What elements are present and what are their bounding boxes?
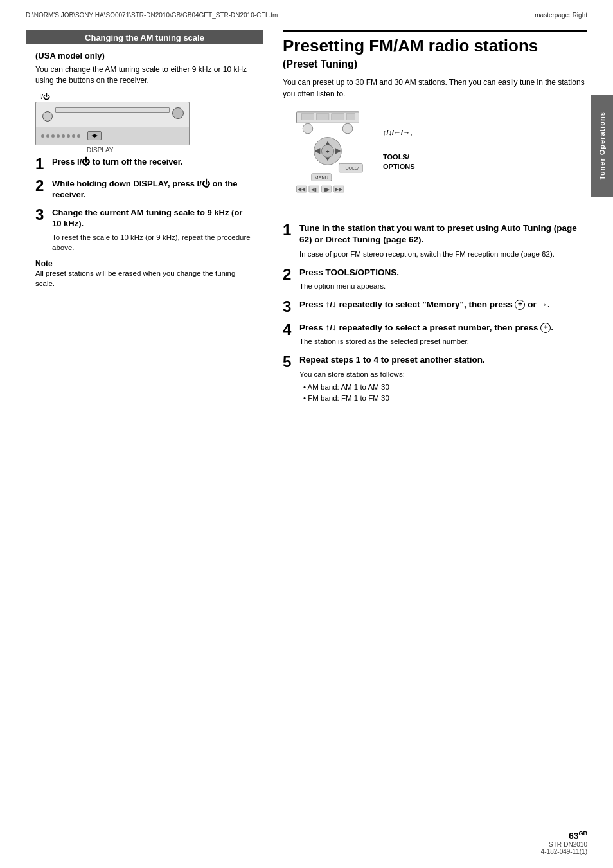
remote-area: + TOOLS/ MENU ◀◀ ◀▮ ▮▶ ▶ <box>283 109 587 213</box>
header-left: D:\NORM'S JOB\SONY HA\SO0071\STR-DN2010\… <box>26 12 278 19</box>
svg-text:MENU: MENU <box>315 175 328 181</box>
svg-text:◀◀: ◀◀ <box>298 186 306 192</box>
step-1-text: Press I/⏻ to turn off the receiver. <box>52 156 254 168</box>
r-step-2: 2 Press TOOLS/OPTIONS. The option menu a… <box>283 267 587 291</box>
svg-rect-1 <box>301 114 314 120</box>
step-3: 3 Change the current AM tuning scale to … <box>35 207 254 253</box>
note-text: All preset stations will be erased when … <box>35 268 254 289</box>
section-intro: You can preset up to 30 FM and 30 AM sta… <box>283 77 587 100</box>
bullet-am: AM band: AM 1 to AM 30 <box>303 382 587 393</box>
section-subtitle: (Preset Tuning) <box>283 59 587 70</box>
step-3-text: Change the current AM tuning scale to 9 … <box>52 207 254 230</box>
left-column: Changing the AM tuning scale (USA model … <box>26 30 263 411</box>
box-title: Changing the AM tuning scale <box>26 31 263 44</box>
r-step-3-bold: Press ↑/↓ repeatedly to select "Memory",… <box>299 299 587 311</box>
am-tuning-box: Changing the AM tuning scale (USA model … <box>26 30 263 298</box>
svg-point-5 <box>303 123 313 134</box>
receiver-bottom-section: ◀▶ <box>36 127 189 145</box>
svg-point-6 <box>342 123 353 134</box>
r-step-1: 1 Tune in the station that you want to p… <box>283 222 587 259</box>
svg-text:+: + <box>326 149 329 155</box>
receiver-body: ◀▶ <box>35 102 190 145</box>
display-label: DISPLAY <box>87 147 114 154</box>
receiver-right-knob <box>172 107 184 119</box>
dot <box>51 134 55 138</box>
receiver-diagram: I/⏻ <box>35 93 254 154</box>
dot <box>72 134 75 138</box>
svg-text:▶▶: ▶▶ <box>335 186 343 192</box>
page-header: D:\NORM'S JOB\SONY HA\SO0071\STR-DN2010\… <box>0 0 613 24</box>
bullet-fm: FM band: FM 1 to FM 30 <box>303 393 587 404</box>
sidebar-tab: Tuner Operations <box>591 95 613 197</box>
dot <box>67 134 70 138</box>
dot <box>41 134 44 138</box>
part-number: 4-182-049-11(1) <box>541 848 587 855</box>
r-step-1-bold: Tune in the station that you want to pre… <box>299 222 587 246</box>
remote-diagram: + TOOLS/ MENU ◀◀ ◀▮ ▮▶ ▶ <box>283 109 373 213</box>
circle-plus-icon-2: + <box>540 323 551 333</box>
r-step-5-bold: Repeat steps 1 to 4 to preset another st… <box>299 354 587 366</box>
r-step-3: 3 Press ↑/↓ repeatedly to select "Memory… <box>283 299 587 314</box>
svg-text:TOOLS/: TOOLS/ <box>343 166 359 170</box>
usa-model-label: (USA model only) <box>35 51 254 60</box>
dot <box>57 134 60 138</box>
receiver-top-bar <box>55 107 170 113</box>
step-2-text: While holding down DISPLAY, press I/⏻ on… <box>52 178 254 201</box>
r-step-4-sub: The station is stored as the selected pr… <box>299 336 587 347</box>
r-step-1-sub: In case of poor FM stereo reception, swi… <box>299 249 587 259</box>
r-step-5: 5 Repeat steps 1 to 4 to preset another … <box>283 354 587 404</box>
section-title: Presetting FM/AM radio stations <box>283 30 587 56</box>
dot <box>62 134 65 138</box>
dot-row <box>41 134 80 138</box>
power-icon-label: I/⏻ <box>39 93 50 100</box>
dot <box>77 134 80 138</box>
step-1: 1 Press I/⏻ to turn off the receiver. <box>35 156 254 172</box>
svg-rect-4 <box>346 114 355 120</box>
remote-svg: + TOOLS/ MENU ◀◀ ◀▮ ▮▶ ▶ <box>283 109 373 212</box>
model-info: STR-DN2010 <box>541 841 587 848</box>
nav-buttons: ◀▶ <box>87 131 102 140</box>
svg-text:▮▶: ▮▶ <box>324 187 330 192</box>
label-tools: TOOLS/OPTIONS <box>383 152 415 171</box>
r-step-2-sub: The option menu appears. <box>299 281 587 291</box>
r-step-4: 4 Press ↑/↓ repeatedly to select a prese… <box>283 322 587 347</box>
right-column: Presetting FM/AM radio stations (Preset … <box>283 30 587 411</box>
label-arrows: ↑/↓/←/→, <box>383 128 415 137</box>
step-2: 2 While holding down DISPLAY, press I/⏻ … <box>35 178 254 201</box>
note-section: Note All preset stations will be erased … <box>35 259 254 289</box>
step-3-sub: To reset the scale to 10 kHz (or 9 kHz),… <box>52 232 254 253</box>
svg-rect-3 <box>332 114 344 120</box>
left-intro: You can change the AM tuning scale to ei… <box>35 64 254 86</box>
remote-labels-col: ↑/↓/←/→, TOOLS/OPTIONS <box>383 109 415 171</box>
header-right: masterpage: Right <box>535 12 587 19</box>
bullet-list: AM band: AM 1 to AM 30 FM band: FM 1 to … <box>299 382 587 404</box>
content-area: Changing the AM tuning scale (USA model … <box>0 24 613 411</box>
page-number: 63GB <box>541 830 587 841</box>
svg-rect-2 <box>317 114 329 120</box>
r-step-4-bold: Press ↑/↓ repeatedly to select a preset … <box>299 322 587 334</box>
page-footer: 63GB STR-DN2010 4-182-049-11(1) <box>541 830 587 855</box>
button-cluster: ◀▶ <box>87 131 102 140</box>
r-step-2-bold: Press TOOLS/OPTIONS. <box>299 267 587 278</box>
dot <box>46 134 49 138</box>
circle-plus-icon: + <box>515 300 525 310</box>
note-title: Note <box>35 259 254 268</box>
r-step-5-sub: You can store station as follows: <box>299 369 587 379</box>
svg-text:◀▮: ◀▮ <box>311 187 317 192</box>
